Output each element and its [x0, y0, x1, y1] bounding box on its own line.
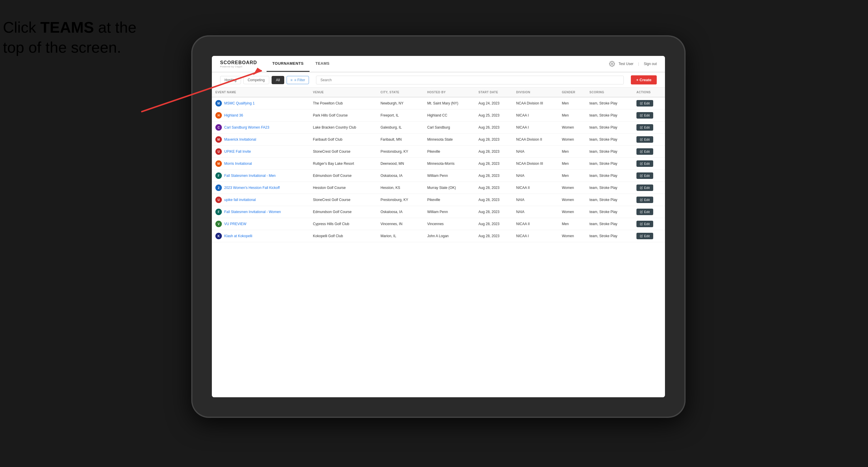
cell-event-name: F Fall Statesmen Invitational - Women	[212, 206, 310, 218]
table-row: M MSMC Qualifying 1 The Powelton ClubNew…	[212, 97, 665, 110]
event-name-text[interactable]: Klash at Kokopelli	[224, 234, 252, 238]
competing-button[interactable]: Competing	[243, 76, 269, 84]
edit-icon	[640, 126, 643, 129]
event-name-text[interactable]: Carl Sandburg Women FA23	[224, 125, 269, 129]
signout-link[interactable]: Sign out	[644, 62, 657, 66]
event-name-text[interactable]: Fall Statesmen Invitational - Men	[224, 174, 276, 178]
edit-button[interactable]: Edit	[637, 221, 653, 227]
edit-button[interactable]: Edit	[637, 173, 653, 179]
cell-venue: Cypress Hills Golf Club	[310, 218, 377, 230]
cell-start-date: Aug 26, 2023	[475, 122, 513, 133]
cell-division: NCAA Division III	[513, 158, 558, 170]
cell-actions: Edit	[633, 194, 665, 206]
cell-venue: The Powelton Club	[310, 97, 377, 110]
cell-scoring: team, Stroke Play	[586, 133, 633, 146]
cell-hosted-by: John A Logan	[424, 230, 475, 242]
cell-actions: Edit	[633, 206, 665, 218]
cell-scoring: team, Stroke Play	[586, 110, 633, 122]
cell-city-state: Deerwood, MN	[377, 158, 424, 170]
cell-event-name: U upike fall invitational	[212, 194, 310, 206]
search-input[interactable]	[316, 75, 624, 85]
event-name-text[interactable]: Highland 36	[224, 113, 243, 117]
cell-gender: Women	[558, 194, 586, 206]
cell-division: NAIA	[513, 146, 558, 158]
edit-button[interactable]: Edit	[637, 136, 653, 143]
event-name-text[interactable]: UPIKE Fall Invite	[224, 150, 251, 154]
cell-gender: Men	[558, 97, 586, 110]
svg-point-2	[612, 63, 613, 65]
edit-button[interactable]: Edit	[637, 209, 653, 215]
col-venue: VENUE	[310, 88, 377, 97]
tablet-frame: SCOREBOARD Powered by Clippit TOURNAMENT…	[191, 35, 686, 418]
cell-city-state: Galesburg, IL	[377, 122, 424, 133]
user-label: Test User	[619, 62, 633, 66]
edit-icon	[640, 138, 643, 141]
tournaments-table: EVENT NAME VENUE CITY, STATE HOSTED BY S…	[212, 88, 665, 242]
event-name-text[interactable]: MSMC Qualifying 1	[224, 101, 254, 105]
cell-city-state: Oskaloosa, IA	[377, 170, 424, 182]
edit-button[interactable]: Edit	[637, 112, 653, 119]
cell-venue: Ruttger's Bay Lake Resort	[310, 158, 377, 170]
logo-area: SCOREBOARD Powered by Clippit	[220, 60, 257, 68]
edit-button[interactable]: Edit	[637, 196, 653, 203]
event-name-text[interactable]: Maverick Invitational	[224, 137, 256, 142]
cell-hosted-by: Pikeville	[424, 146, 475, 158]
table-row: K Klash at Kokopelli Kokopelli Golf Club…	[212, 230, 665, 242]
cell-event-name: H Highland 36	[212, 110, 310, 122]
cell-gender: Women	[558, 230, 586, 242]
create-button[interactable]: + Create	[631, 75, 657, 85]
cell-venue: StoneCrest Golf Course	[310, 194, 377, 206]
cell-actions: Edit	[633, 122, 665, 133]
edit-button[interactable]: Edit	[637, 160, 653, 167]
event-name-text[interactable]: VU PREVIEW	[224, 222, 246, 226]
event-icon: M	[215, 136, 222, 143]
col-hosted-by: HOSTED BY	[424, 88, 475, 97]
edit-button[interactable]: Edit	[637, 100, 653, 106]
cell-venue: Faribault Golf Club	[310, 133, 377, 146]
tab-tournaments[interactable]: TOURNAMENTS	[267, 56, 310, 72]
table-row: 2 2023 Women's Hesston Fall Kickoff Hess…	[212, 182, 665, 194]
cell-division: NICAA II	[513, 182, 558, 194]
col-actions: ACTIONS	[633, 88, 665, 97]
event-icon: M	[215, 100, 222, 106]
cell-division: NAIA	[513, 170, 558, 182]
cell-event-name: M Maverick Invitational	[212, 133, 310, 146]
cell-actions: Edit	[633, 158, 665, 170]
cell-division: NCAA Division III	[513, 97, 558, 110]
filter-button[interactable]: ≡ ≡ Filter	[287, 76, 309, 84]
event-icon: C	[215, 124, 222, 131]
cell-division: NICAA I	[513, 110, 558, 122]
event-name-text[interactable]: Fall Statesmen Invitational - Women	[224, 210, 281, 214]
cell-actions: Edit	[633, 146, 665, 158]
cell-scoring: team, Stroke Play	[586, 194, 633, 206]
cell-start-date: Aug 28, 2023	[475, 206, 513, 218]
cell-hosted-by: Vincennes	[424, 218, 475, 230]
cell-hosted-by: Murray State (OK)	[424, 182, 475, 194]
cell-hosted-by: William Penn	[424, 206, 475, 218]
cell-start-date: Aug 28, 2023	[475, 158, 513, 170]
cell-event-name: M MSMC Qualifying 1	[212, 97, 310, 110]
cell-start-date: Aug 28, 2023	[475, 170, 513, 182]
event-icon: F	[215, 173, 222, 179]
event-name-text[interactable]: 2023 Women's Hesston Fall Kickoff	[224, 186, 280, 190]
edit-button[interactable]: Edit	[637, 233, 653, 239]
edit-button[interactable]: Edit	[637, 124, 653, 131]
edit-icon	[640, 186, 643, 189]
hosting-button[interactable]: Hosting	[220, 76, 241, 84]
all-button[interactable]: All	[272, 76, 284, 84]
cell-venue: Park Hills Golf Course	[310, 110, 377, 122]
app-logo-sub: Powered by Clippit	[220, 65, 257, 68]
event-name-text[interactable]: Morris Invitational	[224, 161, 252, 166]
event-name-text[interactable]: upike fall invitational	[224, 198, 256, 202]
edit-button[interactable]: Edit	[637, 185, 653, 191]
cell-event-name: F Fall Statesmen Invitational - Men	[212, 170, 310, 182]
settings-icon[interactable]	[609, 61, 615, 67]
filter-icon: ≡	[290, 78, 292, 82]
cell-gender: Men	[558, 170, 586, 182]
edit-icon	[640, 114, 643, 117]
cell-city-state: Freeport, IL	[377, 110, 424, 122]
cell-gender: Men	[558, 146, 586, 158]
cell-hosted-by: Minnesota-Morris	[424, 158, 475, 170]
edit-button[interactable]: Edit	[637, 148, 653, 155]
tab-teams[interactable]: TEAMS	[310, 56, 335, 72]
